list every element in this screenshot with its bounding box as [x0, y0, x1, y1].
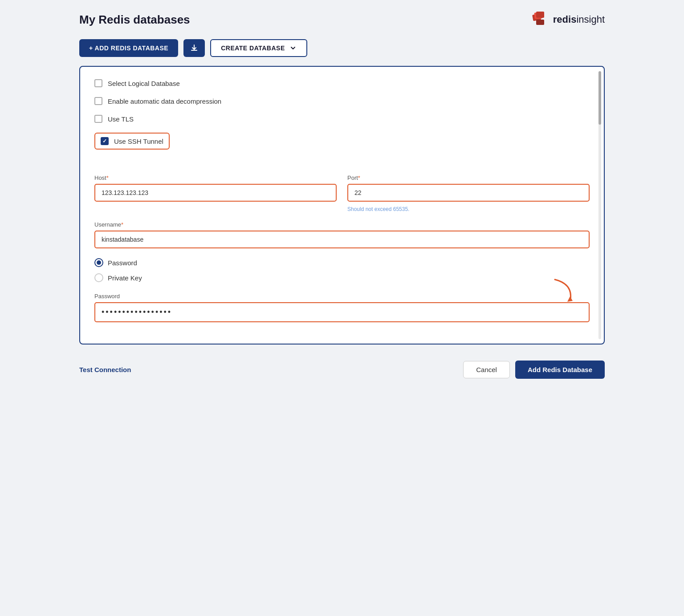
port-hint: Should not exceed 65535. [347, 206, 590, 212]
footer-actions: Cancel Add Redis Database [463, 361, 605, 379]
password-radio[interactable] [94, 258, 103, 267]
svg-rect-2 [536, 12, 544, 18]
svg-rect-3 [536, 20, 544, 25]
select-logical-db-row: Select Logical Database [94, 79, 590, 87]
use-ssh-tunnel-checkbox[interactable] [101, 137, 109, 145]
use-tls-label: Use TLS [108, 115, 134, 123]
cancel-button[interactable]: Cancel [463, 361, 510, 378]
test-connection-button[interactable]: Test Connection [79, 366, 131, 373]
password-radio-row: Password [94, 258, 590, 267]
port-input[interactable] [347, 184, 590, 202]
private-key-radio[interactable] [94, 273, 103, 282]
use-tls-checkbox[interactable] [94, 115, 102, 123]
redis-logo-icon [532, 11, 550, 28]
host-label: Host* [94, 174, 337, 181]
password-field-group: Password [94, 293, 590, 322]
import-icon [190, 44, 199, 53]
password-input[interactable] [94, 302, 590, 322]
add-redis-database-button[interactable]: + ADD REDIS DATABASE [79, 39, 178, 57]
chevron-down-icon [289, 45, 297, 52]
port-field-group: Port* Should not exceed 65535. [347, 174, 590, 212]
create-database-button[interactable]: CREATE DATABASE [210, 39, 307, 57]
auth-method-group: Password Private Key [94, 258, 590, 282]
use-ssh-tunnel-row: Use SSH Tunnel [94, 133, 170, 150]
enable-decompression-checkbox[interactable] [94, 97, 102, 105]
page-title: My Redis databases [79, 13, 190, 27]
select-logical-db-checkbox[interactable] [94, 79, 102, 87]
host-input[interactable] [94, 184, 337, 202]
enable-decompression-label: Enable automatic data decompression [108, 97, 221, 105]
app-logo: redisinsight [532, 11, 605, 28]
use-tls-row: Use TLS [94, 115, 590, 123]
host-field-group: Host* [94, 174, 337, 212]
port-label: Port* [347, 174, 590, 181]
logo-text: redisinsight [553, 14, 605, 25]
private-key-radio-row: Private Key [94, 273, 590, 282]
add-database-button[interactable]: Add Redis Database [515, 361, 605, 379]
toolbar: + ADD REDIS DATABASE CREATE DATABASE [79, 39, 605, 57]
form-footer: Test Connection Cancel Add Redis Databas… [79, 353, 605, 381]
username-field-group: Username* [94, 221, 590, 248]
enable-decompression-row: Enable automatic data decompression [94, 97, 590, 105]
import-button[interactable] [183, 39, 205, 57]
username-input[interactable] [94, 231, 590, 248]
select-logical-db-label: Select Logical Database [108, 80, 180, 87]
database-form: Select Logical Database Enable automatic… [79, 66, 605, 344]
private-key-radio-label: Private Key [108, 274, 142, 282]
username-label: Username* [94, 221, 590, 228]
use-ssh-tunnel-label: Use SSH Tunnel [114, 138, 163, 145]
password-label: Password [94, 293, 590, 300]
host-port-row: Host* Port* Should not exceed 65535. [94, 174, 590, 212]
scrollbar-thumb[interactable] [598, 71, 601, 125]
password-radio-label: Password [108, 259, 137, 267]
scrollbar-track[interactable] [598, 71, 601, 339]
